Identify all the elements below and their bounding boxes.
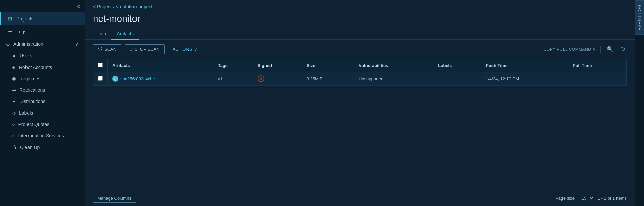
pagination: Page size 15 25 50 1 - 1 of 1 items (555, 194, 627, 202)
table-header-row: Artifacts Tags Signed Size Vulnerabiliti… (93, 59, 627, 72)
page-title: net-monitor (85, 12, 635, 28)
row-tags-cell: v1 (213, 72, 253, 86)
interrogation-services-icon: ○ (12, 133, 15, 138)
toolbar: 🛡 SCAN □ STOP SCAN ACTIONS ∨ COPY PULL C… (85, 40, 635, 59)
artifact-icon: 🐋 (112, 76, 118, 82)
labels-icon: ◇ (12, 110, 16, 116)
search-icon: 🔍 (607, 46, 613, 52)
row-size-cell: 3.25MiB (302, 72, 354, 86)
header-pull-time: Pull Time (568, 59, 626, 72)
administration-label: Administration (13, 41, 43, 47)
administration-icon: ⊙ (6, 41, 10, 47)
sidebar-sub-item-label: Robot Accounts (19, 65, 52, 70)
row-checkbox[interactable] (98, 76, 103, 81)
row-pull-time-cell (568, 72, 626, 86)
sidebar-item-robot-accounts[interactable]: ◈ Robot Accounts (0, 61, 85, 73)
header-vulnerabilities: Vulnerabilities (354, 59, 433, 72)
header-artifacts: Artifacts (108, 59, 213, 72)
row-push-time-cell: 1/4/24, 12:19 PM (481, 72, 568, 86)
toolbar-right: COPY PULL COMMAND ∨ 🔍 ↻ (544, 45, 627, 54)
select-all-checkbox[interactable] (98, 63, 103, 67)
stop-icon: □ (130, 47, 132, 52)
logs-icon: ☰ (7, 29, 13, 35)
row-signed-cell: ✕ (253, 72, 302, 86)
users-icon: ♟ (12, 53, 16, 58)
row-vulnerabilities-cell: Unsupported (354, 72, 433, 86)
artifacts-table-container: Artifacts Tags Signed Size Vulnerabiliti… (85, 59, 635, 190)
clean-up-icon: 🗑 (12, 145, 17, 150)
header-checkbox-col (93, 59, 108, 72)
chevron-down-icon: ∨ (194, 47, 197, 52)
sidebar-item-label: Logs (16, 29, 26, 34)
projects-icon: ⊞ (7, 16, 13, 22)
administration-section[interactable]: ⊙ Administration ∨ (0, 38, 85, 50)
stop-scan-button[interactable]: □ STOP SCAN (125, 44, 165, 54)
breadcrumb-notation-project[interactable]: < notation-project (116, 4, 153, 9)
sidebar-sub-item-label: Replications (19, 87, 45, 93)
row-artifact-cell: 🐋 sha256:002c4cbe (108, 72, 213, 86)
sidebar-item-labels[interactable]: ◇ Labels (0, 107, 85, 119)
sidebar-item-registries[interactable]: ◉ Registries (0, 73, 85, 84)
manage-columns-button[interactable]: Manage Columns (93, 194, 136, 203)
registries-icon: ◉ (12, 76, 16, 81)
sidebar-sub-item-label: Clean Up (20, 145, 40, 150)
actions-button[interactable]: ACTIONS ∨ (168, 45, 202, 54)
breadcrumb: < Projects < notation-project (85, 0, 635, 12)
header-labels: Labels (433, 59, 481, 72)
header-tags: Tags (213, 59, 253, 72)
scan-button[interactable]: 🛡 SCAN (93, 44, 121, 54)
table-row: 🐋 sha256:002c4cbe v1 ✕ 3.25MiB Unsup (93, 72, 627, 86)
robot-accounts-icon: ◈ (12, 65, 16, 70)
tab-info[interactable]: Info (93, 28, 111, 40)
sidebar-item-interrogation-services[interactable]: ○ Interrogation Services (0, 130, 85, 141)
sidebar: « ⊞ Projects ☰ Logs ⊙ Administration ∨ ♟… (0, 0, 85, 206)
sidebar-sub-item-label: Project Quotas (18, 122, 49, 127)
event-log-button[interactable]: EVENT LOG (635, 0, 644, 35)
pagination-info: 1 - 1 of 1 items (598, 196, 627, 201)
page-size-label: Page size (555, 196, 575, 201)
chevron-down-icon: ∨ (593, 47, 596, 52)
refresh-button[interactable]: ↻ (620, 45, 627, 54)
artifact-link[interactable]: 🐋 sha256:002c4cbe (112, 76, 208, 82)
search-button[interactable]: 🔍 (605, 45, 615, 54)
header-signed: Signed (253, 59, 302, 72)
sidebar-sub-item-label: Distributions (19, 99, 45, 104)
shield-icon: 🛡 (98, 47, 102, 52)
refresh-icon: ↻ (621, 46, 625, 52)
table-footer: Manage Columns Page size 15 25 50 1 - 1 … (85, 190, 635, 206)
header-push-time: Push Time (481, 59, 568, 72)
tab-artifacts[interactable]: Artifacts (111, 28, 139, 40)
page-size-select[interactable]: 15 25 50 (578, 194, 594, 202)
breadcrumb-projects[interactable]: < Projects (93, 4, 114, 9)
copy-pull-command-button[interactable]: COPY PULL COMMAND ∨ (544, 47, 596, 52)
sidebar-sub-item-label: Interrogation Services (18, 133, 64, 138)
sidebar-item-users[interactable]: ♟ Users (0, 50, 85, 61)
header-size: Size (302, 59, 354, 72)
sidebar-sub-item-label: Users (20, 53, 32, 58)
sidebar-sub-item-label: Labels (19, 110, 33, 116)
tabs-bar: Info Artifacts (85, 28, 635, 40)
sidebar-sub-item-label: Registries (19, 76, 40, 81)
collapse-button[interactable]: « (0, 0, 85, 12)
sidebar-item-clean-up[interactable]: 🗑 Clean Up (0, 141, 85, 153)
sidebar-item-label: Projects (16, 16, 34, 22)
replications-icon: ⇌ (12, 87, 16, 93)
sidebar-item-replications[interactable]: ⇌ Replications (0, 84, 85, 96)
event-log-panel: EVENT LOG (635, 0, 644, 206)
sidebar-item-logs[interactable]: ☰ Logs (0, 25, 85, 38)
sidebar-item-project-quotas[interactable]: ○ Project Quotas (0, 119, 85, 130)
row-labels-cell (433, 72, 481, 86)
artifacts-table: Artifacts Tags Signed Size Vulnerabiliti… (93, 59, 627, 86)
toolbar-divider (600, 46, 601, 53)
project-quotas-icon: ○ (12, 122, 15, 127)
chevron-down-icon: ∨ (75, 41, 78, 47)
sidebar-item-projects[interactable]: ⊞ Projects (0, 12, 85, 25)
main-content: < Projects < notation-project net-monito… (85, 0, 635, 206)
distributions-icon: ✦ (12, 99, 16, 104)
signed-error-icon: ✕ (258, 75, 264, 82)
sidebar-item-distributions[interactable]: ✦ Distributions (0, 96, 85, 107)
row-checkbox-cell (93, 72, 108, 86)
